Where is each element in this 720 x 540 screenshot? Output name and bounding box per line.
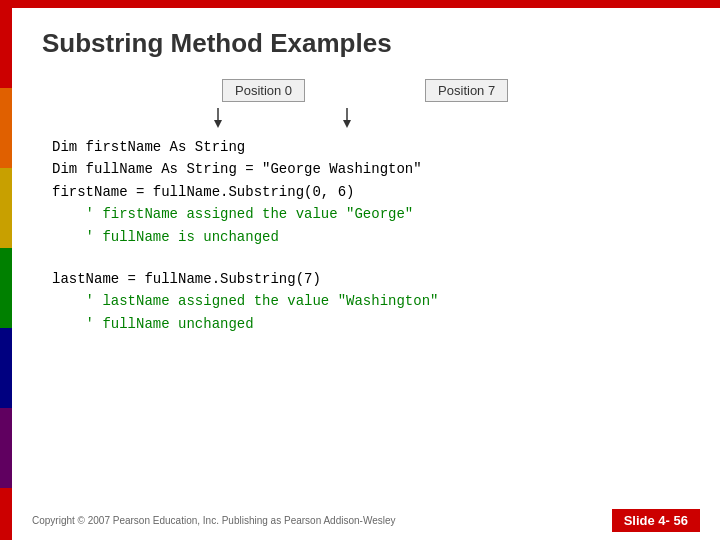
position-labels-row: Position 0 Position 7 bbox=[222, 79, 690, 102]
svg-marker-3 bbox=[343, 120, 351, 128]
code-comment-4: ' fullName unchanged bbox=[52, 313, 690, 335]
code-comment-3: ' lastName assigned the value "Washingto… bbox=[52, 290, 690, 312]
left-color-bars bbox=[0, 8, 12, 540]
code-block-2: lastName = fullName.Substring(7) ' lastN… bbox=[52, 268, 690, 335]
copyright-text: Copyright © 2007 Pearson Education, Inc.… bbox=[32, 515, 396, 526]
main-content: Substring Method Examples Position 0 Pos… bbox=[12, 8, 720, 540]
left-bar-4 bbox=[0, 248, 12, 328]
slide-number: Slide 4- 56 bbox=[612, 509, 700, 532]
code-block-1: Dim firstName As String Dim fullName As … bbox=[52, 136, 690, 248]
code-line-3: firstName = fullName.Substring(0, 6) bbox=[52, 181, 690, 203]
left-bar-6 bbox=[0, 408, 12, 488]
position-7-label: Position 7 bbox=[425, 79, 508, 102]
page-title: Substring Method Examples bbox=[42, 28, 690, 59]
code-line-2: Dim fullName As String = "George Washing… bbox=[52, 158, 690, 180]
position-arrows-svg bbox=[182, 108, 482, 130]
left-bar-3 bbox=[0, 168, 12, 248]
position-0-label: Position 0 bbox=[222, 79, 305, 102]
code-comment-1: ' firstName assigned the value "George" bbox=[52, 203, 690, 225]
footer: Copyright © 2007 Pearson Education, Inc.… bbox=[12, 509, 720, 532]
code-comment-2: ' fullName is unchanged bbox=[52, 226, 690, 248]
left-bar-1 bbox=[0, 8, 12, 88]
code-line-4: lastName = fullName.Substring(7) bbox=[52, 268, 690, 290]
left-bar-5 bbox=[0, 328, 12, 408]
code-line-1: Dim firstName As String bbox=[52, 136, 690, 158]
svg-marker-1 bbox=[214, 120, 222, 128]
left-bar-rest bbox=[0, 488, 12, 540]
top-red-bar bbox=[0, 0, 720, 8]
arrows-area bbox=[182, 108, 690, 134]
left-bar-2 bbox=[0, 88, 12, 168]
